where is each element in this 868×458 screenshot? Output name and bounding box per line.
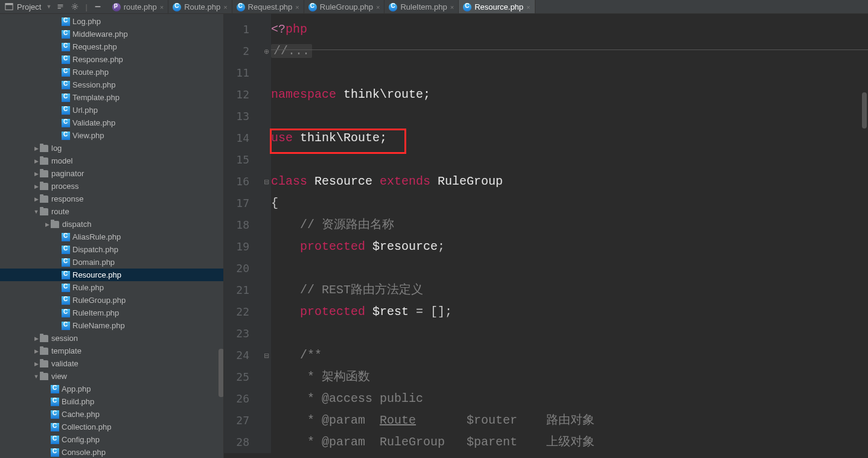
tab-route-php[interactable]: route.php× [108, 0, 168, 13]
folder-model[interactable]: ▶model [0, 154, 223, 167]
gear-icon[interactable] [71, 2, 79, 11]
file-Url-php[interactable]: Url.php [0, 104, 223, 116]
fold-marker[interactable] [261, 19, 271, 40]
file-Domain-php[interactable]: Domain.php [0, 256, 223, 269]
fold-marker[interactable] [261, 236, 271, 258]
file-Build-php[interactable]: Build.php [0, 395, 223, 408]
fold-marker[interactable] [261, 149, 271, 171]
chevron-icon[interactable]: ▼ [33, 209, 40, 215]
fold-marker[interactable] [261, 84, 271, 106]
fold-marker[interactable] [261, 410, 271, 431]
tab-RuleItem-php[interactable]: RuleItem.php× [385, 0, 459, 13]
file-Log-php[interactable]: Log.php [0, 15, 223, 28]
file-icon [51, 410, 59, 419]
tree-label: Console.php [62, 448, 106, 457]
folder-template[interactable]: ▶template [0, 345, 223, 357]
chevron-icon[interactable]: ▼ [33, 374, 40, 380]
code-body[interactable]: <?php //... namespace think\route; use t… [271, 14, 868, 453]
fold-marker[interactable] [261, 127, 271, 149]
file-AliasRule-php[interactable]: AliasRule.php [0, 231, 223, 243]
fold-marker[interactable] [261, 301, 271, 323]
chevron-down-icon: ▼ [46, 4, 51, 10]
fold-marker[interactable] [261, 258, 271, 279]
tree-label: dispatch [62, 220, 91, 229]
file-Collection-php[interactable]: Collection.php [0, 421, 223, 433]
file-Response-php[interactable]: Response.php [0, 53, 223, 66]
project-dropdown[interactable]: Project ▼ [0, 0, 56, 13]
fold-column[interactable]: ⊕⊟⊟ [261, 14, 271, 453]
close-icon[interactable]: × [295, 4, 299, 11]
folder-response[interactable]: ▶response [0, 192, 223, 205]
chevron-icon[interactable]: ▶ [33, 183, 40, 189]
folder-log[interactable]: ▶log [0, 142, 223, 154]
fold-marker[interactable] [261, 431, 271, 453]
file-icon [463, 3, 471, 11]
folder-route[interactable]: ▼route [0, 205, 223, 218]
close-icon[interactable]: × [376, 4, 380, 11]
chevron-icon[interactable]: ▶ [33, 348, 40, 354]
file-View-php[interactable]: View.php [0, 129, 223, 142]
close-icon[interactable]: × [450, 4, 454, 11]
file-Request-php[interactable]: Request.php [0, 40, 223, 53]
file-Rule-php[interactable]: Rule.php [0, 281, 223, 294]
file-Validate-php[interactable]: Validate.php [0, 116, 223, 129]
chevron-icon[interactable]: ▶ [33, 196, 40, 202]
svg-rect-3 [95, 6, 100, 7]
close-icon[interactable]: × [223, 4, 227, 11]
file-Config-php[interactable]: Config.php [0, 433, 223, 446]
file-Console-php[interactable]: Console.php [0, 446, 223, 458]
file-RuleItem-php[interactable]: RuleItem.php [0, 307, 223, 319]
file-Dispatch-php[interactable]: Dispatch.php [0, 243, 223, 256]
close-icon[interactable]: × [160, 4, 164, 11]
fold-marker[interactable]: ⊟ [261, 171, 271, 192]
file-Resource-php[interactable]: Resource.php [0, 269, 223, 281]
tab-Route-php[interactable]: Route.php× [168, 0, 232, 13]
sidebar-scrollbar[interactable] [219, 349, 224, 397]
tab-label: Route.php [184, 2, 220, 11]
tree-label: template [51, 346, 81, 355]
chevron-icon[interactable]: ▶ [33, 145, 40, 151]
chevron-icon[interactable]: ▶ [33, 171, 40, 177]
fold-marker[interactable]: ⊕ [261, 40, 271, 62]
tab-Request-php[interactable]: Request.php× [232, 0, 304, 13]
line-number: 15 [224, 149, 261, 171]
chevron-icon[interactable]: ▶ [33, 361, 40, 367]
tab-Resource-php[interactable]: Resource.php× [459, 0, 535, 13]
tree-label: Resource.php [72, 270, 121, 279]
tab-RuleGroup-php[interactable]: RuleGroup.php× [304, 0, 385, 13]
fold-marker[interactable] [261, 214, 271, 236]
collapse-icon[interactable] [56, 2, 65, 11]
folder-dispatch[interactable]: ▶dispatch [0, 218, 223, 231]
file-icon [62, 258, 70, 267]
file-RuleGroup-php[interactable]: RuleGroup.php [0, 294, 223, 307]
chevron-icon[interactable]: ▶ [33, 158, 40, 164]
fold-marker[interactable]: ⊟ [261, 345, 271, 366]
file-Middleware-php[interactable]: Middleware.php [0, 28, 223, 40]
fold-marker[interactable] [261, 106, 271, 127]
fold-marker[interactable] [261, 366, 271, 388]
fold-marker[interactable] [261, 279, 271, 301]
minimize-icon[interactable] [94, 2, 102, 11]
fold-marker[interactable] [261, 62, 271, 84]
tree-label: RuleName.php [72, 321, 125, 330]
fold-marker[interactable] [261, 388, 271, 410]
folder-process[interactable]: ▶process [0, 180, 223, 192]
folder-validate[interactable]: ▶validate [0, 357, 223, 370]
project-sidebar[interactable]: Log.phpMiddleware.phpRequest.phpResponse… [0, 14, 224, 458]
file-App-php[interactable]: App.php [0, 383, 223, 395]
folder-session[interactable]: ▶session [0, 332, 223, 345]
chevron-icon[interactable]: ▶ [33, 336, 40, 342]
file-Template-php[interactable]: Template.php [0, 91, 223, 104]
file-Route-php[interactable]: Route.php [0, 66, 223, 78]
file-RuleName-php[interactable]: RuleName.php [0, 319, 223, 332]
folder-view[interactable]: ▼view [0, 370, 223, 383]
file-Cache-php[interactable]: Cache.php [0, 408, 223, 421]
file-Session-php[interactable]: Session.php [0, 78, 223, 91]
close-icon[interactable]: × [526, 4, 530, 11]
fold-marker[interactable] [261, 192, 271, 214]
folder-paginator[interactable]: ▶paginator [0, 167, 223, 180]
fold-marker[interactable] [261, 323, 271, 345]
code-editor[interactable]: 12111213141516171819202122232425262728 ⊕… [224, 14, 868, 458]
chevron-icon[interactable]: ▶ [43, 221, 51, 227]
editor-scrollbar[interactable] [862, 92, 867, 129]
